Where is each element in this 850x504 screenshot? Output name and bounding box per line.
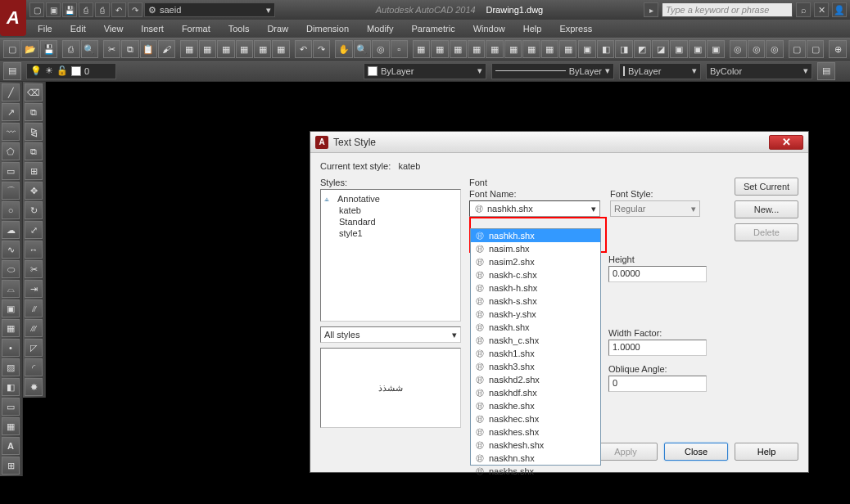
tb-paste-icon[interactable]: 📋	[140, 40, 157, 58]
font-option[interactable]: ㊐naskhs.shx	[471, 465, 600, 478]
tb-match-icon[interactable]: 🖌	[158, 40, 175, 58]
menu-parametric[interactable]: Parametric	[411, 24, 454, 34]
exchange-icon[interactable]: ✕	[814, 2, 829, 17]
font-option[interactable]: ㊐nasim2.shx	[471, 255, 600, 268]
makeblock-icon[interactable]: ▦	[2, 319, 20, 337]
set-current-button[interactable]: Set Current	[735, 178, 798, 196]
menu-tools[interactable]: Tools	[228, 24, 250, 34]
insert-icon[interactable]: ▣	[2, 299, 20, 317]
revcloud-icon[interactable]: ☁	[2, 221, 20, 239]
point-icon[interactable]: •	[2, 339, 20, 357]
styles-listbox[interactable]: ⟁ Annotative kateb Standard style1	[320, 189, 461, 322]
tb-3d13-icon[interactable]: ▢	[807, 40, 824, 58]
close-dialog-button[interactable]: Close	[664, 443, 728, 461]
tb-3d9-icon[interactable]: ◎	[730, 40, 747, 58]
tb-3d5-icon[interactable]: ◪	[652, 40, 669, 58]
font-name-dropdown[interactable]: ㊐nashkh.shx ㊐nasim.shx ㊐nasim2.shx ㊐nask…	[470, 228, 601, 466]
hatch-icon[interactable]: ▨	[2, 358, 20, 376]
tb-pan-icon[interactable]: ✋	[335, 40, 352, 58]
search-input[interactable]: Type a keyword or phrase	[662, 2, 793, 17]
linetype-control[interactable]: ByLayer ▾	[491, 63, 614, 79]
tb-3d4-icon[interactable]: ◩	[634, 40, 651, 58]
menu-draw[interactable]: Draw	[267, 24, 288, 34]
extend-icon[interactable]: ⇥	[25, 280, 43, 298]
addsel-icon[interactable]: ⊞	[2, 457, 20, 475]
redo-icon[interactable]: ↷	[128, 2, 142, 17]
tb-redo-icon[interactable]: ↷	[313, 40, 330, 58]
font-option[interactable]: ㊐naskhec.shx	[471, 412, 600, 425]
mirror-icon[interactable]: ⧎	[25, 123, 43, 141]
tb-3d7-icon[interactable]: ▣	[689, 40, 706, 58]
mtext-icon[interactable]: A	[2, 437, 20, 455]
font-option[interactable]: ㊐nasim.shx	[471, 242, 600, 255]
saveas-icon[interactable]: ⎙	[79, 2, 93, 17]
tb-3d6-icon[interactable]: ▣	[670, 40, 687, 58]
widthfactor-input[interactable]: 1.0000	[608, 340, 707, 356]
line-icon[interactable]: ╱	[2, 83, 20, 101]
layerprop-icon[interactable]: ▤	[3, 62, 21, 80]
copy-icon[interactable]: ⧉	[25, 103, 43, 121]
stretch-icon[interactable]: ↔	[25, 241, 43, 259]
undo-icon[interactable]: ↶	[111, 2, 126, 17]
menu-express[interactable]: Express	[559, 24, 592, 34]
plotstyle-control[interactable]: ByColor ▾	[706, 63, 812, 79]
tb-mkm-icon[interactable]: ▦	[486, 40, 503, 58]
tb-tool5-icon[interactable]: ▫	[391, 40, 408, 58]
pline-icon[interactable]: 〰	[2, 123, 20, 141]
tb-cut-icon[interactable]: ✂	[103, 40, 120, 58]
tb-save-icon[interactable]: 💾	[40, 40, 57, 58]
font-option[interactable]: ㊐naskhe.shx	[471, 399, 600, 412]
new-button[interactable]: New...	[735, 200, 798, 218]
tb-open-icon[interactable]: 📂	[21, 40, 38, 58]
tb-block2-icon[interactable]: ▦	[199, 40, 216, 58]
plot-icon[interactable]: ⎙	[95, 2, 110, 17]
tb-block4-icon[interactable]: ▦	[236, 40, 253, 58]
new-icon[interactable]: ▢	[29, 2, 44, 17]
color-control[interactable]: ByLayer ▾	[364, 63, 486, 79]
font-option[interactable]: ㊐naskhdf.shx	[471, 386, 600, 399]
font-option[interactable]: ㊐naskh1.shx	[471, 347, 600, 360]
tb-3d14-icon[interactable]: ⊕	[829, 40, 846, 58]
gradient-icon[interactable]: ◧	[2, 378, 20, 396]
tb-3d12-icon[interactable]: ▢	[789, 40, 806, 58]
menu-window[interactable]: Window	[473, 24, 505, 34]
font-option[interactable]: ㊐naskhd2.shx	[471, 373, 600, 386]
font-option[interactable]: ㊐naskh-c.shx	[471, 268, 600, 281]
open-icon[interactable]: ▣	[46, 2, 61, 17]
tb-plot-icon[interactable]: ⎙	[62, 40, 79, 58]
menu-view[interactable]: View	[104, 24, 124, 34]
font-option[interactable]: ㊐naskh.shx	[471, 321, 600, 334]
font-option[interactable]: ㊐naskh-h.shx	[471, 281, 600, 295]
tb-x3-icon[interactable]: ▦	[559, 40, 576, 58]
join-icon[interactable]: ⫻	[25, 319, 43, 337]
spline-icon[interactable]: ∿	[2, 241, 20, 259]
arc-icon[interactable]: ⌒	[2, 182, 20, 200]
height-input[interactable]: 0.0000	[608, 266, 707, 282]
save-icon[interactable]: 💾	[62, 2, 77, 17]
ray-icon[interactable]: ↗	[2, 103, 20, 121]
tb-block6-icon[interactable]: ▦	[272, 40, 289, 58]
chamfer-icon[interactable]: ◸	[25, 339, 43, 357]
rotate-icon[interactable]: ↻	[25, 201, 43, 219]
font-option[interactable]: ㊐naskhn.shx	[471, 452, 600, 465]
menu-help[interactable]: Help	[523, 24, 542, 34]
fillet-icon[interactable]: ◜	[25, 358, 43, 376]
circle-icon[interactable]: ○	[2, 201, 20, 219]
close-button[interactable]: ✕	[769, 135, 803, 150]
font-option[interactable]: ㊐naskh-y.shx	[471, 308, 600, 321]
tb-orbit-icon[interactable]: ◎	[372, 40, 389, 58]
tb-3d8-icon[interactable]: ▣	[707, 40, 724, 58]
ellipse-icon[interactable]: ⬭	[2, 260, 20, 278]
tb-x1-icon[interactable]: ▦	[522, 40, 540, 58]
menu-edit[interactable]: Edit	[70, 24, 86, 34]
listprop-icon[interactable]: ▤	[817, 62, 835, 80]
tb-qcalc-icon[interactable]: ▦	[504, 40, 522, 58]
signin-icon[interactable]: ⌕	[796, 2, 811, 17]
explode-icon[interactable]: ✸	[25, 378, 43, 396]
scale-icon[interactable]: ⤢	[25, 221, 43, 239]
style-item-standard[interactable]: Standard	[324, 216, 457, 227]
style-item-kateb[interactable]: kateb	[324, 205, 457, 216]
tb-zoom-icon[interactable]: 🔍	[354, 40, 371, 58]
tb-x2-icon[interactable]: ▦	[541, 40, 558, 58]
style-filter-select[interactable]: All styles ▾	[320, 326, 461, 343]
